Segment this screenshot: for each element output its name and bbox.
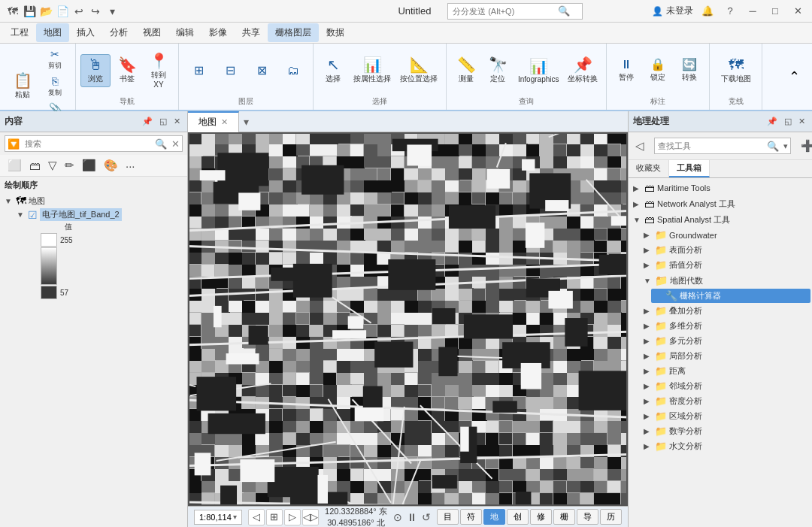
left-panel-float[interactable]: ◱ — [157, 116, 169, 127]
menu-map[interactable]: 地图 — [36, 23, 69, 42]
leaf-surface[interactable]: ▶ 📁 表面分析 — [641, 243, 810, 257]
tab-toolbox[interactable]: 工具箱 — [669, 160, 710, 177]
goto-xy-button[interactable]: 📍 转到XY — [144, 51, 174, 91]
table-icon[interactable]: 🗃 — [26, 158, 44, 174]
select-button[interactable]: ↖ 选择 — [318, 55, 348, 86]
tool-search-input[interactable] — [655, 141, 765, 150]
map-tab-close[interactable]: ✕ — [221, 117, 228, 127]
layer-tree-item[interactable]: ▼ ☑ 电子地图_tif_Band_2 — [17, 207, 183, 222]
add-tool-btn[interactable]: ➕ — [798, 138, 812, 153]
layer-btn4[interactable]: 🗂 — [278, 62, 308, 79]
menu-raster-layer[interactable]: 栅格图层 — [268, 23, 319, 42]
new-icon[interactable]: 📄 — [56, 5, 69, 18]
edit-icon[interactable]: ✏ — [62, 157, 77, 174]
right-panel-float[interactable]: ◱ — [782, 116, 794, 127]
leaf-hydrology[interactable]: ▶ 📁 水文分析 — [641, 439, 810, 453]
minimize-button[interactable]: ─ — [744, 3, 761, 20]
coord-transform-button[interactable]: 📌 坐标转换 — [564, 55, 601, 86]
nav-right-btn[interactable]: ▷ — [284, 509, 301, 525]
status-tab-3[interactable]: 创 — [507, 509, 529, 525]
menu-imagery[interactable]: 影像 — [201, 23, 235, 42]
bookmark-button[interactable]: 🔖 书签 — [112, 55, 142, 86]
status-tab-4[interactable]: 修 — [530, 509, 552, 525]
group-icon[interactable]: ⬛ — [79, 157, 99, 174]
copy-button[interactable]: ⎘ 复制 — [39, 74, 71, 99]
map-tree-item[interactable]: ▼ 🗺 地图 — [5, 194, 183, 207]
nav-left-btn[interactable]: ◁ — [248, 509, 265, 525]
maximize-button[interactable]: □ — [767, 3, 783, 20]
mapalgebra-header[interactable]: ▼ 📁 地图代数 — [641, 273, 810, 288]
locate-button[interactable]: 🔭 定位 — [483, 55, 513, 86]
right-panel-pin[interactable]: 📌 — [765, 116, 780, 127]
leaf-math[interactable]: ▶ 📁 数学分析 — [641, 424, 810, 438]
menu-project[interactable]: 工程 — [3, 23, 36, 42]
notification-icon[interactable]: 🔔 — [699, 3, 716, 20]
select-by-location-button[interactable]: 📐 按位置选择 — [396, 55, 441, 86]
nav-grid-btn[interactable]: ⊞ — [266, 509, 283, 525]
status-tab-5[interactable]: 栅 — [553, 509, 575, 525]
lock-button[interactable]: 🔒 锁定 — [643, 56, 673, 85]
leaf-overlay[interactable]: ▶ 📁 叠加分析 — [641, 304, 810, 318]
leaf-local[interactable]: ▶ 📁 局部分析 — [641, 349, 810, 363]
leaf-neighborhood[interactable]: ▶ 📁 邻域分析 — [641, 379, 810, 393]
save-icon[interactable]: 💾 — [23, 5, 36, 18]
network-header[interactable]: ▶ 🗃 Network Analyst 工具 — [630, 196, 810, 211]
leaf-multidim[interactable]: ▶ 📁 多维分析 — [641, 319, 810, 333]
leaf-distance[interactable]: ▶ 📁 距离 — [641, 364, 810, 378]
map-canvas[interactable] — [188, 132, 628, 506]
select-by-attr-button[interactable]: 📊 按属性选择 — [350, 55, 395, 86]
map-tab-dropdown[interactable]: ▾ — [239, 116, 253, 128]
more-icon[interactable]: ▾ — [105, 5, 119, 18]
left-panel-close[interactable]: ✕ — [171, 116, 183, 127]
menu-edit[interactable]: 编辑 — [168, 23, 201, 42]
close-button[interactable]: ✕ — [789, 3, 806, 20]
status-tab-6[interactable]: 导 — [577, 509, 598, 525]
scale-control[interactable]: 1:80,114 ▾ — [194, 510, 242, 525]
redo-icon[interactable]: ↪ — [89, 5, 102, 18]
search-submit-icon[interactable]: 🔍 — [153, 138, 169, 150]
symbol-icon[interactable]: 🎨 — [101, 157, 121, 174]
status-tab-1[interactable]: 符 — [460, 509, 482, 525]
spatial-header[interactable]: ▼ 🗃 Spatial Analyst 工具 — [630, 212, 810, 227]
leaf-density[interactable]: ▶ 📁 密度分析 — [641, 394, 810, 408]
left-panel-search-input[interactable] — [22, 139, 153, 148]
refresh-icon[interactable]: ↺ — [422, 511, 431, 523]
status-tab-7[interactable]: 历 — [600, 509, 622, 525]
menu-data[interactable]: 数据 — [319, 23, 352, 42]
undo-icon[interactable]: ↩ — [72, 5, 86, 18]
global-search-input[interactable] — [453, 7, 558, 16]
left-panel-pin[interactable]: 📌 — [140, 116, 155, 127]
map-tab[interactable]: 地图 ✕ — [188, 111, 239, 132]
layer-btn3[interactable]: ⊠ — [247, 62, 277, 79]
leaf-multivariate[interactable]: ▶ 📁 多元分析 — [641, 334, 810, 348]
search-dropdown-icon[interactable]: ▾ — [781, 141, 790, 151]
menu-insert[interactable]: 插入 — [69, 23, 102, 42]
convert-button[interactable]: 🔄 转换 — [674, 56, 704, 85]
login-button[interactable]: 👤 未登录 — [652, 5, 693, 17]
right-panel-close[interactable]: ✕ — [796, 116, 807, 127]
paste-button[interactable]: 📋 粘贴 — [8, 71, 38, 102]
measure-button[interactable]: 📏 测量 — [451, 55, 481, 86]
layer-type-icon[interactable]: ⬜ — [5, 157, 25, 174]
leaf-raster-calc[interactable]: 🔧 栅格计算器 — [651, 289, 810, 303]
search-clear-icon[interactable]: ✕ — [169, 138, 182, 150]
menu-view[interactable]: 视图 — [135, 23, 168, 42]
folder-icon[interactable]: 📂 — [39, 5, 53, 18]
more-tools-icon[interactable]: ··· — [123, 158, 138, 174]
menu-analysis[interactable]: 分析 — [102, 23, 135, 42]
tab-favorites[interactable]: 收藏夹 — [629, 160, 669, 177]
leaf-zonal[interactable]: ▶ 📁 区域分析 — [641, 409, 810, 423]
help-icon[interactable]: ? — [722, 3, 738, 20]
menu-share[interactable]: 共享 — [235, 23, 268, 42]
browse-button[interactable]: 🖱 浏览 — [80, 54, 111, 87]
ribbon-collapse-button[interactable]: ⌃ — [779, 66, 809, 87]
nav-back-btn[interactable]: ◁ — [633, 138, 647, 153]
download-map-button[interactable]: 🗺 下载地图 — [717, 55, 755, 86]
status-tab-0[interactable]: 目 — [437, 509, 459, 525]
maritime-header[interactable]: ▶ 🗃 Maritime Tools — [630, 180, 810, 195]
infographics-button[interactable]: 📊 Infographics — [514, 56, 562, 86]
leaf-groundwater[interactable]: ▶ 📁 Groundwater — [641, 228, 810, 242]
cut-button[interactable]: ✂ 剪切 — [39, 47, 71, 72]
status-tab-2[interactable]: 地 — [483, 509, 505, 525]
layer-btn1[interactable]: ⊞ — [183, 62, 214, 79]
